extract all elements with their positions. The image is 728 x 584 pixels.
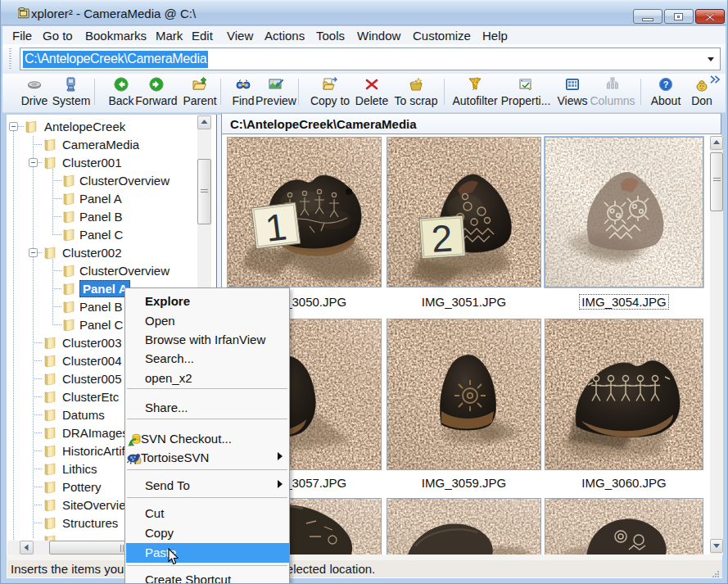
svg-text:2: 2 <box>430 216 454 260</box>
svg-text:?: ? <box>663 79 669 89</box>
